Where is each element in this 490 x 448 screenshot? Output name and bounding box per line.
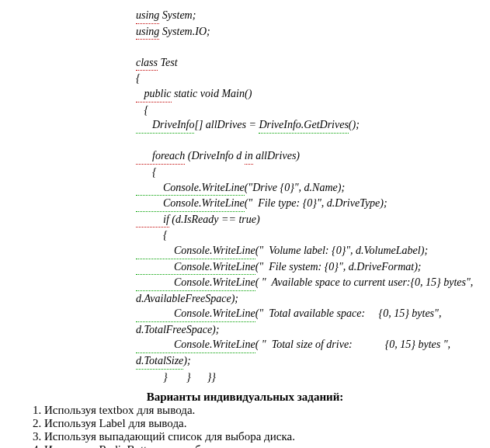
list-item: 1. Используя textbox для вывода. xyxy=(33,404,490,417)
code-underline: Console.WriteLine xyxy=(136,243,255,259)
code-underline: Console.WriteLine xyxy=(136,180,245,196)
code-line: DriveInfo[] allDrives = DriveInfo.GetDri… xyxy=(136,117,490,134)
code-underline: Console.WriteLine xyxy=(136,259,255,276)
list-item: 4. Используя RadioButton для выбора диск… xyxy=(33,443,490,448)
code-underline: foreach xyxy=(136,148,185,165)
code-line: { xyxy=(136,227,490,243)
code-underline: Console.WriteLine xyxy=(136,275,255,291)
code-line: d.TotalFreeSpace); xyxy=(136,322,490,338)
code-underline: d.TotalSize xyxy=(136,353,183,370)
section-heading: Варианты индивидуальных заданий: xyxy=(0,391,490,404)
task-list: 1. Используя textbox для вывода. 2. Испо… xyxy=(33,404,490,448)
code-line: Console.WriteLine(" File system: {0}", d… xyxy=(136,259,490,276)
code-line: class Test xyxy=(136,55,490,71)
code-line: } } }} xyxy=(136,370,490,385)
code-underline: DriveInfo xyxy=(136,117,194,134)
code-underline: Console.WriteLine xyxy=(136,337,255,353)
code-line: Console.WriteLine(" Volume label: {0}", … xyxy=(136,243,490,259)
code-line: using System; xyxy=(136,8,490,24)
code-underline: in xyxy=(245,148,253,165)
code-line: Console.WriteLine(" Total available spac… xyxy=(136,306,490,322)
code-line: public static void Main() xyxy=(136,86,490,102)
code-line: { xyxy=(136,102,490,118)
code-line: using System.IO; xyxy=(136,24,490,40)
code-line: Console.WriteLine( " Available space to … xyxy=(136,275,490,291)
code-line: foreach (DriveInfo d in allDrives) xyxy=(136,148,490,165)
code-line: Console.WriteLine("Drive {0}", d.Name); xyxy=(136,180,490,196)
code-underline: using xyxy=(136,8,159,24)
code-line: Console.WriteLine( " Total size of drive… xyxy=(136,337,490,353)
list-item: 2. Используя Label для вывода. xyxy=(33,417,490,430)
code-underline: if xyxy=(136,212,169,228)
code-line: { xyxy=(136,165,490,180)
code-line: if (d.IsReady == true) xyxy=(136,212,490,228)
code-line-empty xyxy=(136,134,490,149)
code-line-empty xyxy=(136,40,490,55)
spellcheck-underline: RadioButton xyxy=(99,443,159,448)
code-underline: Console.WriteLine xyxy=(136,306,255,322)
code-underline: DriveInfo.GetDrives xyxy=(259,117,348,134)
code-line: { xyxy=(136,71,490,86)
code-line: d.AvailableFreeSpace); xyxy=(136,291,490,307)
list-item: 3. Используя выпадающий список для выбор… xyxy=(33,430,490,443)
code-underline: Console.WriteLine xyxy=(136,196,245,212)
code-line: Console.WriteLine(" File type: {0}", d.D… xyxy=(136,196,490,212)
code-line: d.TotalSize); xyxy=(136,353,490,370)
code-underline: class xyxy=(136,55,158,71)
code-underline: using xyxy=(136,24,159,40)
code-underline: public xyxy=(136,86,172,102)
code-block: using System; using System.IO; class Tes… xyxy=(136,8,490,384)
